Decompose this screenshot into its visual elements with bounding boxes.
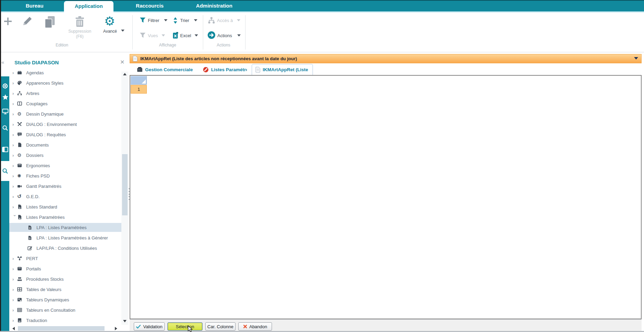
chevron-right-icon[interactable]: › [12,81,17,86]
tree-item[interactable]: LAP/LPA : Conditions Utilisées [10,243,121,253]
scroll-up-icon[interactable] [123,73,127,75]
s-lection-button[interactable]: Sélection [167,322,203,331]
tree-item[interactable]: ›Ergonomies [10,160,121,171]
grid-select-all-corner[interactable] [131,76,147,85]
document-tab[interactable]: Listes Paramétrées [199,64,250,75]
tree-item[interactable]: LPA : Listes Paramétrées [10,222,121,233]
tree-item[interactable]: ›Apparences Styles [10,78,121,88]
chevron-right-icon[interactable]: › [12,318,17,323]
tree-item[interactable]: ›DIALOG : Environnement [10,119,121,129]
actions-icon[interactable] [208,31,215,39]
tree-item[interactable]: ›DIALOG : Requêtes [10,129,121,140]
add-button[interactable] [1,14,14,28]
tree-item[interactable]: ›Traduction [10,315,121,325]
chevron-right-icon[interactable]: › [12,194,17,199]
filter-button[interactable]: Filtrer [148,18,159,23]
tree-item[interactable]: ›Tableurs en Consultation [10,305,121,315]
document-tab[interactable]: Gestion Commerciale ... [133,64,197,75]
collapse-sidebar-icon[interactable]: « [1,59,3,65]
panel-icon[interactable] [1,142,9,156]
scroll-right-icon[interactable] [115,327,117,330]
tree-item[interactable]: ›⚙Dossiers [10,150,121,160]
button-label: Validation [143,324,162,329]
tree-item[interactable]: ›Arbres [10,88,121,98]
excel-dropdown-caret[interactable] [195,34,198,36]
tab-bureau[interactable]: Bureau [17,0,53,12]
delete-button[interactable] [73,15,87,28]
advanced-gear-icon[interactable]: ⚙ [102,13,117,29]
scroll-left-icon[interactable] [12,327,15,330]
chevron-right-icon[interactable]: › [12,91,17,96]
chevron-right-icon[interactable]: › [12,277,17,282]
chevron-right-icon[interactable]: › [12,297,17,302]
chevron-down-icon[interactable]: › [12,215,18,219]
tree-item[interactable]: ›⚙Dessin Dynamique [10,109,121,119]
tree-item[interactable]: ›✺Fiches PSD [10,171,121,181]
chevron-right-icon[interactable]: › [12,184,17,189]
chevron-right-icon[interactable]: › [12,287,17,292]
tree-item[interactable]: ›Portails [10,264,121,274]
document-tab[interactable]: IKMArtAppRet (Liste ... [252,64,313,75]
advanced-button-label[interactable]: Avancé [100,29,120,34]
chevron-right-icon[interactable]: › [12,111,17,117]
affichage-group-label: Affichage [144,43,191,47]
scroll-down-icon[interactable] [123,320,127,322]
star-icon[interactable] [1,90,9,104]
tab-application[interactable]: Application [64,1,113,12]
abandon-button[interactable]: Abandon [238,322,272,331]
excel-button[interactable]: Excel [180,33,191,38]
grid-canvas[interactable] [130,75,642,319]
advanced-dropdown-caret[interactable] [121,30,124,32]
filter-dropdown-caret[interactable] [164,19,167,21]
tree-item[interactable]: ›Couplages [10,98,121,109]
tree-item-label: Arbres [26,91,39,96]
search-icon[interactable] [1,121,9,135]
sort-icon[interactable] [173,17,178,24]
edit-button[interactable] [20,14,34,29]
sort-dropdown-caret[interactable] [194,19,197,21]
chevron-right-icon[interactable]: › [12,266,17,271]
chevron-right-icon[interactable]: › [12,308,17,313]
close-icon[interactable]: ✕ [120,59,124,65]
sort-button[interactable]: Trier [180,18,189,23]
car-colonne-button[interactable]: Car. Colonne [205,322,236,331]
tree-hscrollbar-thumb[interactable] [18,326,105,331]
banner-dropdown-caret[interactable] [634,57,638,60]
tree-item[interactable]: ›Agendas [10,67,121,78]
actions-dropdown-caret[interactable] [237,34,241,36]
chevron-right-icon[interactable]: › [12,256,17,261]
actions-button[interactable]: Actions [217,33,232,38]
page-small-icon [28,225,34,230]
chevron-right-icon[interactable]: › [12,153,17,158]
chevron-right-icon[interactable]: › [12,70,17,75]
grid-row-header[interactable]: 1 [131,85,147,94]
tree-item[interactable]: ›Gantt Paramétrés [10,181,121,191]
tree-item[interactable]: ›PERT [10,253,121,264]
tab-administration[interactable]: Administration [188,0,240,12]
filter-icon[interactable] [140,17,146,23]
blocks-icon [17,276,23,282]
monitor-icon[interactable] [1,105,9,118]
tree-item[interactable]: ›Tables de Valeurs [10,284,121,294]
chevron-right-icon[interactable]: › [12,204,17,210]
chevron-right-icon[interactable]: › [12,142,17,148]
tree-item[interactable]: ›Listes Paramétrées [10,212,121,222]
chevron-right-icon[interactable]: › [12,173,17,179]
chevron-right-icon[interactable]: › [12,122,17,127]
tree-scrollbar-thumb[interactable] [122,154,128,215]
chevron-right-icon[interactable]: › [12,101,17,106]
tree-item[interactable]: ›Documents [10,140,121,150]
chevron-right-icon[interactable]: › [12,132,17,137]
document-banner[interactable]: IKMArtAppRet (Liste des articles non réc… [130,54,642,63]
excel-icon[interactable] [173,32,179,39]
chevron-right-icon[interactable]: › [12,163,17,168]
copy-button[interactable] [43,14,57,30]
tab-raccourcis[interactable]: Raccourcis [130,0,170,12]
search-icon[interactable] [1,161,9,181]
tree-item[interactable]: ›Tableurs Dynamiques [10,294,121,305]
tree-item[interactable]: ›↺G.E.D. [10,191,121,202]
tree-item[interactable]: ›Listes Standard [10,202,121,212]
tree-item[interactable]: ›Procédures Stocks [10,274,121,284]
tree-item[interactable]: LPA : Listes Paramétrées à Générer [10,233,121,243]
validation-button[interactable]: Validation [134,322,165,331]
